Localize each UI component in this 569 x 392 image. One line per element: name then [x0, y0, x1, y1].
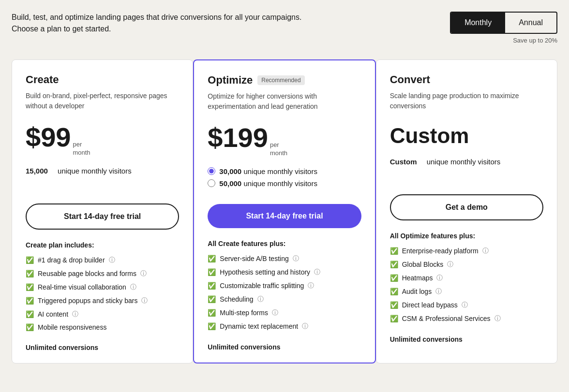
plan-name-optimize: Optimize — [208, 74, 253, 87]
check-icon: ✅ — [390, 247, 398, 255]
info-icon[interactable]: ⓘ — [141, 296, 148, 305]
info-icon[interactable]: ⓘ — [308, 281, 314, 290]
feature-text-convert-1: Global Blocks — [402, 261, 444, 268]
plans-container: CreateBuild on-brand, pixel-perfect, res… — [12, 59, 557, 363]
check-icon: ✅ — [26, 310, 34, 318]
check-icon: ✅ — [26, 270, 34, 277]
plan-card-optimize: OptimizeRecommendedOptimize for higher c… — [193, 59, 375, 363]
check-icon: ✅ — [26, 256, 34, 264]
check-icon: ✅ — [390, 301, 398, 309]
visitor-count: 15,000 — [26, 167, 48, 175]
info-icon[interactable]: ⓘ — [272, 308, 278, 317]
plan-name-row-optimize: OptimizeRecommended — [208, 74, 361, 87]
check-icon: ✅ — [390, 261, 398, 268]
info-icon[interactable]: ⓘ — [436, 274, 443, 282]
visitor-option-optimize-0[interactable]: 30,000 unique monthly visitors — [208, 167, 361, 175]
plan-name-convert: Convert — [390, 73, 430, 86]
info-icon[interactable]: ⓘ — [314, 268, 320, 276]
visitor-count: Custom — [390, 158, 417, 166]
info-icon[interactable]: ⓘ — [435, 287, 442, 296]
plan-price-unit-optimize: permonth — [270, 141, 287, 158]
feature-item-create-0: ✅#1 drag & drop builder ⓘ — [26, 256, 179, 264]
plan-card-convert: ConvertScale landing page production to … — [376, 59, 557, 363]
feature-text-convert-5: CSM & Professional Services — [402, 315, 491, 322]
feature-text-create-4: AI content — [38, 310, 68, 318]
check-icon: ✅ — [208, 268, 216, 276]
check-icon: ✅ — [208, 322, 216, 330]
visitors-section-optimize: 30,000 unique monthly visitors50,000 uni… — [208, 167, 361, 194]
check-icon: ✅ — [390, 315, 398, 322]
visitor-radio-optimize-0[interactable] — [208, 167, 215, 175]
feature-item-create-1: ✅Reusable page blocks and forms ⓘ — [26, 269, 179, 278]
feature-item-create-4: ✅AI content ⓘ — [26, 310, 179, 319]
feature-text-convert-3: Audit logs — [402, 288, 432, 295]
plan-desc-create: Build on-brand, pixel-perfect, responsiv… — [26, 91, 179, 114]
feature-item-create-5: ✅Mobile responsiveness — [26, 323, 179, 331]
cta-button-optimize[interactable]: Start 14-day free trial — [208, 204, 361, 228]
feature-text-convert-2: Heatmaps — [402, 274, 433, 282]
features-title-optimize: All Create features plus: — [208, 240, 361, 247]
info-icon[interactable]: ⓘ — [109, 256, 115, 264]
info-icon[interactable]: ⓘ — [482, 247, 489, 255]
plan-desc-optimize: Optimize for higher conversions with exp… — [208, 91, 361, 115]
plan-price-row-optimize: $199permonth — [208, 124, 361, 158]
features-title-create: Create plan includes: — [26, 241, 179, 249]
info-icon[interactable]: ⓘ — [494, 314, 501, 323]
info-icon[interactable]: ⓘ — [72, 310, 78, 319]
plan-name-row-convert: Convert — [390, 73, 543, 86]
features-title-convert: All Optimize features plus: — [390, 232, 543, 240]
plan-name-create: Create — [26, 73, 59, 86]
cta-button-create[interactable]: Start 14-day free trial — [26, 203, 179, 230]
save-text: Save up to 20% — [513, 37, 557, 44]
annual-button[interactable]: Annual — [505, 13, 556, 33]
feature-text-create-0: #1 drag & drop builder — [38, 256, 105, 264]
plan-price-convert: Custom — [390, 124, 543, 148]
feature-item-optimize-5: ✅Dynamic text replacement ⓘ — [208, 322, 361, 331]
feature-text-optimize-3: Scheduling — [220, 295, 253, 303]
feature-item-convert-2: ✅Heatmaps ⓘ — [390, 274, 543, 282]
check-icon: ✅ — [26, 297, 34, 305]
feature-text-create-2: Real-time visual collaboration — [38, 283, 126, 291]
billing-toggle-area: Monthly Annual Save up to 20% — [450, 12, 557, 44]
feature-text-create-1: Reusable page blocks and forms — [38, 270, 136, 277]
unlimited-text-create: Unlimited conversions — [26, 344, 179, 351]
feature-text-optimize-2: Customizable traffic splitting — [220, 282, 304, 290]
plan-price-amount-optimize: $199 — [208, 124, 268, 151]
visitors-section-convert: Custom unique monthly visitors — [390, 158, 543, 185]
info-icon[interactable]: ⓘ — [293, 254, 299, 263]
info-icon[interactable]: ⓘ — [130, 283, 136, 291]
info-icon[interactable]: ⓘ — [462, 301, 468, 309]
cta-button-convert[interactable]: Get a demo — [390, 194, 543, 220]
feature-text-optimize-4: Multi-step forms — [220, 309, 268, 317]
monthly-button[interactable]: Monthly — [451, 13, 505, 33]
plan-price-amount-create: $99 — [26, 124, 71, 151]
info-icon[interactable]: ⓘ — [140, 269, 147, 278]
feature-item-optimize-3: ✅Scheduling ⓘ — [208, 295, 361, 304]
feature-item-optimize-4: ✅Multi-step forms ⓘ — [208, 308, 361, 317]
feature-text-convert-0: Enterprise-ready platform — [402, 247, 479, 255]
info-icon[interactable]: ⓘ — [302, 322, 308, 331]
visitor-radio-optimize-1[interactable] — [208, 179, 215, 187]
check-icon: ✅ — [208, 282, 216, 290]
billing-toggle: Monthly Annual — [450, 12, 557, 34]
plan-card-create: CreateBuild on-brand, pixel-perfect, res… — [12, 59, 193, 363]
feature-item-create-3: ✅Triggered popups and sticky bars ⓘ — [26, 296, 179, 305]
check-icon: ✅ — [208, 295, 216, 303]
page-header: Build, test, and optimize landing pages … — [12, 12, 557, 44]
check-icon: ✅ — [390, 274, 398, 282]
check-icon: ✅ — [26, 323, 34, 331]
feature-text-convert-4: Direct lead bypass — [402, 301, 458, 309]
info-icon[interactable]: ⓘ — [447, 260, 453, 269]
feature-item-convert-1: ✅Global Blocks ⓘ — [390, 260, 543, 269]
info-icon[interactable]: ⓘ — [257, 295, 264, 304]
check-icon: ✅ — [390, 288, 398, 295]
feature-item-create-2: ✅Real-time visual collaboration ⓘ — [26, 283, 179, 291]
feature-text-optimize-1: Hypothesis setting and history — [220, 268, 310, 276]
header-description: Build, test, and optimize landing pages … — [12, 12, 302, 35]
recommended-badge-optimize: Recommended — [257, 75, 304, 85]
plan-price-row-create: $99permonth — [26, 124, 179, 157]
visitor-option-optimize-1[interactable]: 50,000 unique monthly visitors — [208, 179, 361, 188]
feature-item-convert-0: ✅Enterprise-ready platform ⓘ — [390, 247, 543, 255]
unlimited-text-convert: Unlimited conversions — [390, 335, 543, 343]
check-icon: ✅ — [208, 309, 216, 317]
